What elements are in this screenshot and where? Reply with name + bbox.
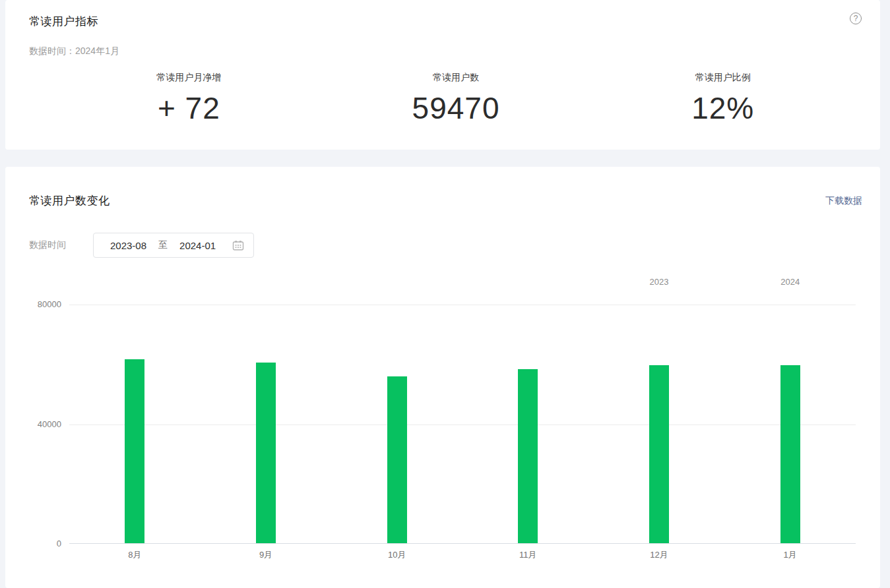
gridline xyxy=(69,425,856,425)
metrics-card-title: 常读用户指标 xyxy=(29,14,856,29)
metric-value: 12% xyxy=(589,90,856,126)
y-axis-tick-label: 0 xyxy=(26,539,61,548)
y-axis-tick-label: 80000 xyxy=(26,299,61,309)
metrics-row: 常读用户月净增 + 72 常读用户数 59470 常读用户比例 12% xyxy=(55,72,856,126)
year-marker-label: 2024 xyxy=(764,277,817,287)
calendar-icon[interactable] xyxy=(232,240,244,251)
gridline xyxy=(69,305,856,305)
chart-bar-12月[interactable] xyxy=(649,365,669,543)
metric-value: + 72 xyxy=(55,90,323,126)
metrics-data-time: 数据时间：2024年1月 xyxy=(29,45,856,57)
date-range-picker[interactable]: 2023-08 至 2024-01 xyxy=(93,233,254,258)
metrics-card: 常读用户指标 数据时间：2024年1月 ? 常读用户月净增 + 72 常读用户数… xyxy=(5,0,880,150)
x-axis-label: 9月 xyxy=(239,549,292,561)
chart-card-title: 常读用户数变化 xyxy=(29,193,110,208)
x-axis-label: 1月 xyxy=(764,549,817,561)
metric-reader-ratio: 常读用户比例 12% xyxy=(589,72,856,126)
metric-label: 常读用户月净增 xyxy=(55,72,323,84)
chart-bar-8月[interactable] xyxy=(125,359,144,543)
date-range-separator: 至 xyxy=(158,239,168,251)
x-axis-label: 11月 xyxy=(501,549,554,561)
x-axis-label: 10月 xyxy=(371,549,424,561)
chart-bar-10月[interactable] xyxy=(387,376,407,543)
x-axis-label: 8月 xyxy=(108,549,161,561)
download-data-link[interactable]: 下载数据 xyxy=(825,195,862,207)
x-axis-label: 12月 xyxy=(633,549,685,561)
year-marker-label: 2023 xyxy=(633,277,685,287)
y-axis-tick-label: 40000 xyxy=(26,419,61,429)
chart-card: 常读用户数变化 下载数据 数据时间 2023-08 至 2024-01 xyxy=(5,167,880,588)
chart-bar-11月[interactable] xyxy=(518,369,538,543)
metric-reader-count: 常读用户数 59470 xyxy=(323,72,590,126)
metric-monthly-net-increase: 常读用户月净增 + 72 xyxy=(55,72,323,126)
chart-bar-1月[interactable] xyxy=(780,365,800,543)
date-range-end[interactable]: 2024-01 xyxy=(179,240,216,251)
metric-label: 常读用户比例 xyxy=(589,72,856,84)
reader-count-bar-chart: 040000800008月9月10月11月12月1月20232024 xyxy=(69,270,856,544)
metric-label: 常读用户数 xyxy=(323,72,590,84)
metric-value: 59470 xyxy=(323,90,590,126)
date-range-start[interactable]: 2023-08 xyxy=(110,240,146,251)
chart-bar-9月[interactable] xyxy=(256,363,276,543)
date-filter-label: 数据时间 xyxy=(29,239,93,251)
help-icon[interactable]: ? xyxy=(850,13,862,24)
